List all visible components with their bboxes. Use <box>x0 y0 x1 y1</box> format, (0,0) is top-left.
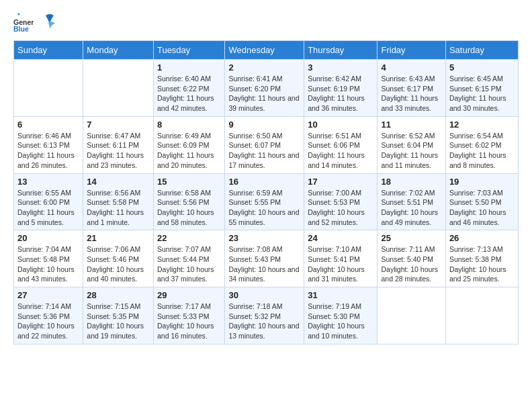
day-number: 16 <box>228 177 300 187</box>
day-info: Sunrise: 6:59 AM Sunset: 5:55 PM Dayligh… <box>228 188 300 228</box>
calendar-cell: 15Sunrise: 6:58 AM Sunset: 5:56 PM Dayli… <box>153 173 224 230</box>
day-info: Sunrise: 6:51 AM Sunset: 6:06 PM Dayligh… <box>308 131 373 171</box>
day-number: 21 <box>87 233 150 243</box>
calendar-week-row: 27Sunrise: 7:14 AM Sunset: 5:36 PM Dayli… <box>14 287 519 345</box>
day-number: 20 <box>17 233 79 243</box>
calendar-cell: 21Sunrise: 7:06 AM Sunset: 5:46 PM Dayli… <box>83 230 154 287</box>
day-info: Sunrise: 6:46 AM Sunset: 6:13 PM Dayligh… <box>17 131 79 171</box>
day-number: 9 <box>228 120 300 130</box>
calendar-cell: 17Sunrise: 7:00 AM Sunset: 5:53 PM Dayli… <box>304 173 378 230</box>
calendar-cell: 12Sunrise: 6:54 AM Sunset: 6:02 PM Dayli… <box>445 116 518 173</box>
day-info: Sunrise: 7:03 AM Sunset: 5:50 PM Dayligh… <box>449 188 515 228</box>
day-number: 6 <box>17 120 79 130</box>
day-info: Sunrise: 7:19 AM Sunset: 5:30 PM Dayligh… <box>308 302 373 341</box>
calendar-cell: 28Sunrise: 7:15 AM Sunset: 5:35 PM Dayli… <box>83 287 154 345</box>
day-info: Sunrise: 7:10 AM Sunset: 5:41 PM Dayligh… <box>308 244 373 284</box>
day-info: Sunrise: 7:18 AM Sunset: 5:32 PM Dayligh… <box>228 302 300 341</box>
calendar-cell: 14Sunrise: 6:56 AM Sunset: 5:58 PM Dayli… <box>83 173 154 230</box>
day-number: 13 <box>17 177 79 187</box>
day-info: Sunrise: 6:56 AM Sunset: 5:58 PM Dayligh… <box>87 188 150 228</box>
calendar-week-row: 1Sunrise: 6:40 AM Sunset: 6:22 PM Daylig… <box>14 60 519 117</box>
day-number: 17 <box>308 177 373 187</box>
day-number: 2 <box>228 62 300 73</box>
day-number: 23 <box>228 233 300 243</box>
day-number: 29 <box>157 290 221 300</box>
day-number: 14 <box>87 177 150 187</box>
day-number: 1 <box>157 62 221 73</box>
logo-bird-icon: General Blue <box>13 13 34 34</box>
calendar-cell: 4Sunrise: 6:43 AM Sunset: 6:17 PM Daylig… <box>378 60 445 117</box>
calendar-cell <box>14 60 83 117</box>
day-number: 18 <box>381 177 441 187</box>
day-info: Sunrise: 7:14 AM Sunset: 5:36 PM Dayligh… <box>17 302 79 341</box>
calendar-week-row: 13Sunrise: 6:55 AM Sunset: 6:00 PM Dayli… <box>14 173 519 230</box>
day-info: Sunrise: 6:45 AM Sunset: 6:15 PM Dayligh… <box>449 74 515 113</box>
calendar-cell: 18Sunrise: 7:02 AM Sunset: 5:51 PM Dayli… <box>378 173 445 230</box>
calendar-cell: 25Sunrise: 7:11 AM Sunset: 5:40 PM Dayli… <box>378 230 445 287</box>
calendar-cell: 26Sunrise: 7:13 AM Sunset: 5:38 PM Dayli… <box>445 230 518 287</box>
calendar-cell: 11Sunrise: 6:52 AM Sunset: 6:04 PM Dayli… <box>378 116 445 173</box>
calendar-cell: 8Sunrise: 6:49 AM Sunset: 6:09 PM Daylig… <box>153 116 224 173</box>
day-info: Sunrise: 6:55 AM Sunset: 6:00 PM Dayligh… <box>17 188 79 228</box>
header-saturday: Saturday <box>445 41 518 60</box>
calendar-cell: 27Sunrise: 7:14 AM Sunset: 5:36 PM Dayli… <box>14 287 83 345</box>
calendar-cell: 24Sunrise: 7:10 AM Sunset: 5:41 PM Dayli… <box>304 230 378 287</box>
day-number: 15 <box>157 177 221 187</box>
day-number: 30 <box>228 290 300 300</box>
calendar-table: SundayMondayTuesdayWednesdayThursdayFrid… <box>13 40 519 345</box>
header-monday: Monday <box>83 41 154 60</box>
calendar-cell: 16Sunrise: 6:59 AM Sunset: 5:55 PM Dayli… <box>225 173 304 230</box>
day-number: 8 <box>157 120 221 130</box>
logo: General Blue <box>13 13 55 34</box>
calendar-cell: 6Sunrise: 6:46 AM Sunset: 6:13 PM Daylig… <box>14 116 83 173</box>
day-number: 26 <box>449 233 515 243</box>
calendar-cell: 3Sunrise: 6:42 AM Sunset: 6:19 PM Daylig… <box>304 60 378 117</box>
day-number: 28 <box>87 290 150 300</box>
day-number: 4 <box>381 62 441 73</box>
header-sunday: Sunday <box>14 41 83 60</box>
calendar-cell <box>378 287 445 345</box>
calendar-cell: 29Sunrise: 7:17 AM Sunset: 5:33 PM Dayli… <box>153 287 224 345</box>
day-number: 10 <box>308 120 373 130</box>
calendar-cell: 5Sunrise: 6:45 AM Sunset: 6:15 PM Daylig… <box>445 60 518 117</box>
day-info: Sunrise: 6:52 AM Sunset: 6:04 PM Dayligh… <box>381 131 441 171</box>
day-number: 27 <box>17 290 79 300</box>
day-info: Sunrise: 7:04 AM Sunset: 5:48 PM Dayligh… <box>17 244 79 284</box>
bird-icon <box>40 13 55 32</box>
calendar-cell: 20Sunrise: 7:04 AM Sunset: 5:48 PM Dayli… <box>14 230 83 287</box>
header-wednesday: Wednesday <box>225 41 304 60</box>
calendar-cell: 1Sunrise: 6:40 AM Sunset: 6:22 PM Daylig… <box>153 60 224 117</box>
day-info: Sunrise: 6:58 AM Sunset: 5:56 PM Dayligh… <box>157 188 221 228</box>
day-info: Sunrise: 7:06 AM Sunset: 5:46 PM Dayligh… <box>87 244 150 284</box>
calendar-cell <box>83 60 154 117</box>
day-number: 12 <box>449 120 515 130</box>
day-number: 7 <box>87 120 150 130</box>
day-info: Sunrise: 7:17 AM Sunset: 5:33 PM Dayligh… <box>157 302 221 341</box>
day-number: 3 <box>308 62 373 73</box>
day-number: 22 <box>157 233 221 243</box>
calendar-cell: 31Sunrise: 7:19 AM Sunset: 5:30 PM Dayli… <box>304 287 378 345</box>
calendar-header-row: SundayMondayTuesdayWednesdayThursdayFrid… <box>14 41 519 60</box>
calendar-cell: 2Sunrise: 6:41 AM Sunset: 6:20 PM Daylig… <box>225 60 304 117</box>
day-info: Sunrise: 6:40 AM Sunset: 6:22 PM Dayligh… <box>157 74 221 113</box>
day-number: 19 <box>449 177 515 187</box>
header-friday: Friday <box>378 41 445 60</box>
day-number: 31 <box>308 290 373 300</box>
calendar-cell: 10Sunrise: 6:51 AM Sunset: 6:06 PM Dayli… <box>304 116 378 173</box>
day-info: Sunrise: 7:02 AM Sunset: 5:51 PM Dayligh… <box>381 188 441 228</box>
calendar-cell: 9Sunrise: 6:50 AM Sunset: 6:07 PM Daylig… <box>225 116 304 173</box>
day-info: Sunrise: 7:11 AM Sunset: 5:40 PM Dayligh… <box>381 244 441 284</box>
calendar-cell: 19Sunrise: 7:03 AM Sunset: 5:50 PM Dayli… <box>445 173 518 230</box>
page-header: General Blue <box>13 13 519 34</box>
day-info: Sunrise: 6:54 AM Sunset: 6:02 PM Dayligh… <box>449 131 515 171</box>
day-info: Sunrise: 6:42 AM Sunset: 6:19 PM Dayligh… <box>308 74 373 113</box>
calendar-week-row: 20Sunrise: 7:04 AM Sunset: 5:48 PM Dayli… <box>14 230 519 287</box>
day-info: Sunrise: 7:08 AM Sunset: 5:43 PM Dayligh… <box>228 244 300 284</box>
day-info: Sunrise: 6:50 AM Sunset: 6:07 PM Dayligh… <box>228 131 300 171</box>
calendar-week-row: 6Sunrise: 6:46 AM Sunset: 6:13 PM Daylig… <box>14 116 519 173</box>
day-info: Sunrise: 7:00 AM Sunset: 5:53 PM Dayligh… <box>308 188 373 228</box>
calendar-cell: 22Sunrise: 7:07 AM Sunset: 5:44 PM Dayli… <box>153 230 224 287</box>
day-info: Sunrise: 7:07 AM Sunset: 5:44 PM Dayligh… <box>157 244 221 284</box>
day-info: Sunrise: 6:43 AM Sunset: 6:17 PM Dayligh… <box>381 74 441 113</box>
calendar-cell: 13Sunrise: 6:55 AM Sunset: 6:00 PM Dayli… <box>14 173 83 230</box>
